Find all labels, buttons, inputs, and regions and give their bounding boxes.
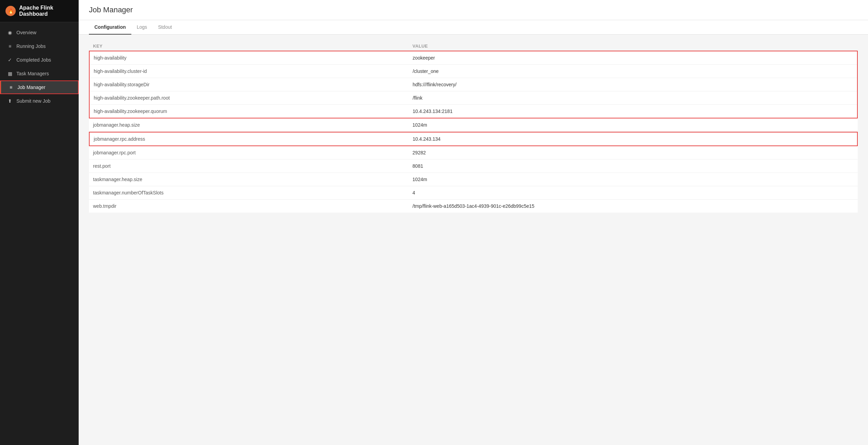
config-value: 1024m [412, 122, 427, 128]
config-table-area: Key Value high-availability zookeeperhig… [79, 35, 868, 445]
table-row: web.tmpdir /tmp/flink-web-a165d503-1ac4-… [89, 200, 858, 213]
page-title: Job Manager [89, 5, 858, 14]
task-managers-icon: ▦ [7, 71, 13, 76]
high-availability-group: high-availability zookeeperhigh-availabi… [89, 51, 858, 118]
sidebar-label-submit-new-job: Submit new Job [16, 98, 51, 104]
config-key: jobmanager.rpc.address [94, 136, 412, 142]
sidebar-item-submit-new-job[interactable]: ⬆ Submit new Job [0, 94, 79, 108]
submit-new-job-icon: ⬆ [7, 98, 13, 104]
config-key: web.tmpdir [93, 203, 412, 209]
tab-logs[interactable]: Logs [131, 20, 153, 35]
config-value: 10.4.243.134:2181 [412, 109, 452, 114]
sidebar-label-overview: Overview [16, 30, 36, 35]
config-key: high-availability [94, 55, 412, 61]
sidebar-label-running-jobs: Running Jobs [16, 43, 46, 49]
sidebar-label-task-managers: Task Managers [16, 71, 49, 76]
sidebar: 🔥 Apache Flink Dashboard ◉ Overview≡ Run… [0, 0, 79, 445]
sidebar-label-job-manager: Job Manager [17, 85, 45, 90]
main-content: Job Manager ConfigurationLogsStdout Key … [79, 0, 868, 445]
config-key: jobmanager.rpc.port [93, 150, 412, 155]
app-name: Apache Flink Dashboard [19, 5, 73, 17]
config-value: 29282 [412, 150, 426, 155]
sidebar-item-running-jobs[interactable]: ≡ Running Jobs [0, 39, 79, 53]
config-value: zookeeper [412, 55, 435, 61]
tab-stdout[interactable]: Stdout [153, 20, 177, 35]
sidebar-header: 🔥 Apache Flink Dashboard [0, 0, 79, 22]
table-row: high-availability zookeeper [90, 51, 857, 65]
config-value: 4 [412, 190, 415, 195]
tabs-bar: ConfigurationLogsStdout [79, 20, 868, 35]
overview-icon: ◉ [7, 30, 13, 35]
config-value: hdfs:///flink/recovery/ [412, 82, 456, 87]
table-row: high-availability.storageDir hdfs:///fli… [90, 78, 857, 91]
sidebar-item-overview[interactable]: ◉ Overview [0, 26, 79, 39]
config-key: high-availability.storageDir [94, 82, 412, 87]
table-row: jobmanager.rpc.port 29282 [89, 146, 858, 160]
sidebar-item-job-manager[interactable]: ≡ Job Manager [0, 80, 79, 94]
config-value: /cluster_one [412, 68, 438, 74]
config-key: jobmanager.heap.size [93, 122, 412, 128]
col-header-value: Value [412, 43, 428, 49]
config-key: high-availability.zookeeper.quorum [94, 109, 412, 114]
app-logo: 🔥 [5, 6, 16, 16]
table-row: jobmanager.heap.size 1024m [89, 118, 858, 132]
completed-jobs-icon: ✓ [7, 57, 13, 63]
sidebar-item-task-managers[interactable]: ▦ Task Managers [0, 67, 79, 80]
table-row: taskmanager.heap.size 1024m [89, 173, 858, 186]
sidebar-label-completed-jobs: Completed Jobs [16, 57, 51, 63]
rpc-address-row-bordered: jobmanager.rpc.address 10.4.243.134 [89, 132, 858, 146]
sidebar-nav: ◉ Overview≡ Running Jobs✓ Completed Jobs… [0, 22, 79, 445]
table-row: taskmanager.numberOfTaskSlots 4 [89, 186, 858, 200]
running-jobs-icon: ≡ [7, 43, 13, 49]
tab-configuration[interactable]: Configuration [89, 20, 131, 35]
config-key: taskmanager.heap.size [93, 177, 412, 182]
col-header-key: Key [93, 43, 412, 49]
table-row: high-availability.cluster-id /cluster_on… [90, 65, 857, 78]
table-row: jobmanager.rpc.address 10.4.243.134 [90, 132, 857, 145]
config-value: 8081 [412, 163, 423, 169]
config-value: /flink [412, 95, 422, 101]
config-key: high-availability.cluster-id [94, 68, 412, 74]
table-row: rest.port 8081 [89, 160, 858, 173]
config-rows: high-availability zookeeperhigh-availabi… [89, 51, 858, 213]
table-row: high-availability.zookeeper.quorum 10.4.… [90, 105, 857, 118]
config-key: rest.port [93, 163, 412, 169]
page-header: Job Manager [79, 0, 868, 20]
config-value: 1024m [412, 177, 427, 182]
job-manager-icon: ≡ [8, 85, 14, 90]
config-key: high-availability.zookeeper.path.root [94, 95, 412, 101]
config-value: /tmp/flink-web-a165d503-1ac4-4939-901c-e… [412, 203, 534, 209]
config-key: taskmanager.numberOfTaskSlots [93, 190, 412, 195]
sidebar-item-completed-jobs[interactable]: ✓ Completed Jobs [0, 53, 79, 67]
table-row: high-availability.zookeeper.path.root /f… [90, 91, 857, 105]
config-value: 10.4.243.134 [412, 136, 440, 142]
